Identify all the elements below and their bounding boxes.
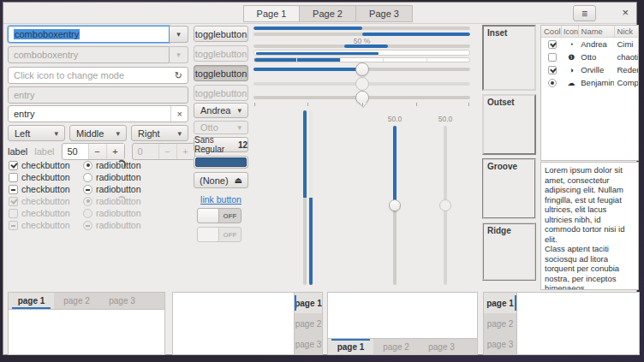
color-button[interactable] [194,156,248,169]
hscale[interactable] [253,62,470,76]
checkbutton-indeterminate-disabled: checkbutton [9,220,70,230]
comboboxentry-dropdown-button[interactable]: ▾ [170,26,188,43]
nb-tab-page-2[interactable]: page 2 [373,339,419,354]
link-button[interactable]: link button [194,194,248,205]
frame-ridge: Ridge [482,223,536,281]
spin-plus-button[interactable]: + [106,144,124,159]
nb-tab-page-1[interactable]: page 1 [295,293,322,313]
comboboxentry-focused[interactable]: comboboxentry ▾ [8,26,188,43]
radiobutton-selected[interactable]: radiobutton [83,160,141,170]
app-window: Page 1 Page 2 Page 3 ≡ × comboboxentry ▾… [3,2,637,355]
checkbox-checked-icon[interactable] [548,40,557,49]
radiobutton-selected-disabled: radiobutton [83,196,141,206]
column-header-nick[interactable]: Nick [615,26,638,37]
chevron-down-icon: ▾ [176,30,181,39]
comboboxentry-input[interactable]: comboboxentry [8,26,170,43]
hscale-with-marks[interactable] [253,91,470,104]
spinbutton[interactable]: 50 − + [62,143,125,160]
checkbutton-indeterminate[interactable]: checkbutton [9,184,70,194]
table-row[interactable]: ❶ Otto chaotic [541,50,638,63]
checkbutton-checked[interactable]: checkbutton [9,160,70,170]
tab-page-3[interactable]: Page 3 [356,5,413,22]
nb-tab-page-2[interactable]: page 2 [295,313,322,334]
switch-handle[interactable] [198,209,219,223]
row-name: Orville [578,65,614,74]
checkbox-unchecked-icon[interactable] [548,53,557,62]
checkbox-checked-icon[interactable] [548,66,557,74]
vscale-disabled [438,126,452,285]
switch-off[interactable]: OFF [197,208,242,223]
entry-with-clear[interactable]: entry × [8,105,188,122]
treeview[interactable]: Cool Icon Name Nick ◔ Andrea Cimi ❶ Otto… [540,25,639,161]
window-close-icon[interactable]: × [622,6,629,19]
checkbutton-unchecked[interactable]: checkbutton [9,172,70,182]
hscale-disabled [253,77,470,91]
nb-tab-page-2[interactable]: page 2 [484,313,516,334]
radiobutton-unselected-disabled: radiobutton [83,208,141,218]
clear-icon[interactable]: × [170,106,182,122]
radio-selected-icon[interactable] [548,79,557,87]
table-row[interactable]: ◔ Andrea Cimi [541,38,638,50]
switch-off-disabled: OFF [197,227,242,242]
radiobutton-unselected[interactable]: radiobutton [83,172,141,182]
notebook-tabs-bottom: page 1 page 2 page 3 [327,292,478,355]
tab-page-2[interactable]: Page 2 [300,5,356,22]
vscale-handle [439,199,451,211]
column-header-name[interactable]: Name [579,26,615,37]
vscale[interactable] [388,126,402,285]
togglebutton[interactable]: togglebutton [194,26,248,42]
menu-button[interactable]: ≡ [573,5,596,21]
nb-tab-page-3[interactable]: page 3 [484,334,516,354]
refresh-icon[interactable]: ↻ [175,70,182,81]
mode-entry-input[interactable] [14,68,175,83]
check-radio-row-disabled: checkbutton radiobutton [8,208,188,219]
label-text-disabled: label [34,146,54,157]
progressbar-ltr [253,27,470,30]
name-combobox[interactable]: Andrea▾ [194,103,248,118]
font-button[interactable]: Sans Regular12 [194,137,248,152]
checkbox-indeterminate-icon [9,221,18,230]
font-size: 12 [238,140,247,150]
combo-right[interactable]: Right▾ [131,125,188,141]
combo-left-value: Left [15,128,30,139]
treeview-header[interactable]: Cool Icon Name Nick [541,26,638,38]
entry-with-progress[interactable] [253,50,470,56]
nb-tab-page-1[interactable]: page 1 [328,339,373,354]
vscale-fill [393,126,397,205]
vscale-handle[interactable] [389,199,401,211]
hscale-handle[interactable] [355,62,369,76]
nb-tab-page-3[interactable]: page 3 [419,339,464,354]
spin-minus-button[interactable]: − [88,144,106,159]
nb-tab-page-2[interactable]: page 2 [54,293,99,309]
chevron-down-icon: ▾ [237,106,242,115]
radiobutton-indeterminate[interactable]: radiobutton [83,184,141,194]
column-header-cool[interactable]: Cool [541,26,562,37]
table-row[interactable]: ☁ Benjamin Compa… [541,76,638,89]
textview[interactable]: Lorem ipsum dolor sit amet, consectetur … [540,162,639,290]
row-icon: ❶ [562,53,579,62]
tabstrip: page 1 page 2 page 3 [484,293,517,354]
spin-minus-button: − [158,144,176,159]
scale-mark [307,103,308,106]
combo-left[interactable]: Left▾ [8,125,65,141]
nb-tab-page-1[interactable]: page 1 [484,293,516,313]
row-name: Otto [578,52,614,62]
mode-entry[interactable]: ↻ [8,67,188,84]
combo-middle[interactable]: Middle▾ [69,125,127,141]
chevron-down-icon: ▾ [176,50,181,59]
comboboxentry-disabled-input: comboboxentry [8,46,170,63]
tab-page-1[interactable]: Page 1 [243,5,300,22]
row-nick: Cimi [614,39,638,49]
nb-tab-page-1[interactable]: page 1 [9,293,54,309]
hamburger-icon: ≡ [581,8,587,20]
table-row[interactable]: ◑ Orville Reden… [541,63,638,76]
checkbox-unchecked-icon [9,173,18,182]
togglebutton-active[interactable]: togglebutton [194,65,248,81]
row-icon: ☁ [562,79,579,87]
row-icon: ◑ [562,66,579,74]
nb-tab-page-3[interactable]: page 3 [295,334,322,354]
column-header-icon[interactable]: Icon [562,26,579,37]
file-chooser-button[interactable]: (None)⏏ [194,172,248,188]
nb-tab-page-3[interactable]: page 3 [99,293,145,309]
vscale-value-label: 50.0 [431,115,460,123]
